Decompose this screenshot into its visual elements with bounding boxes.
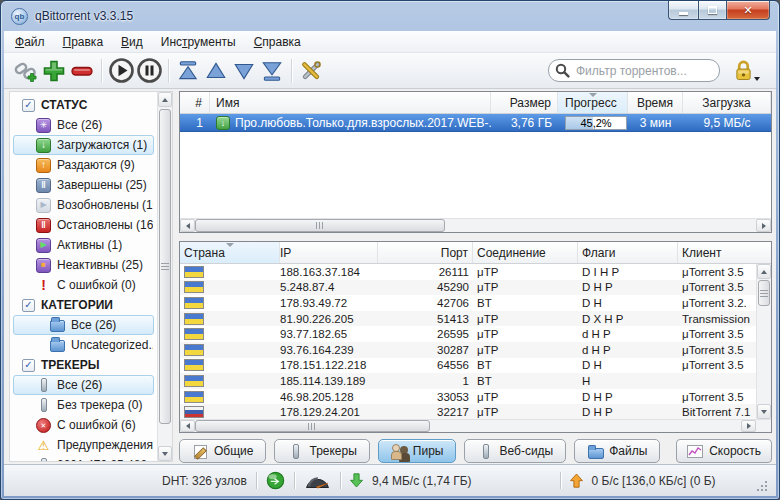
column-header-eta[interactable]: Время [628,92,683,113]
column-header-port[interactable]: Порт [378,242,473,263]
peer-row[interactable]: 81.90.226.205 51413 μTP D X H P Transmis… [180,311,756,327]
tab-button[interactable]: Трекеры [274,439,369,463]
increase-priority-button[interactable] [202,57,230,85]
tracker-filter-item[interactable]: Все (26) [13,375,154,395]
tracker-filter-item[interactable]: Без трекера (0) [13,395,154,415]
tab-button[interactable]: Веб-сиды [464,439,566,463]
scroll-right-button[interactable] [756,219,771,232]
menu-item[interactable]: Файл [6,31,54,52]
resize-grip[interactable] [756,480,768,492]
peer-country-cell [180,391,280,403]
menu-item[interactable]: Инструменты [152,31,245,52]
sidebar-scroll-thumb[interactable] [159,109,171,424]
options-button[interactable] [297,57,325,85]
scroll-down-button[interactable] [158,446,172,461]
column-header-client[interactable]: Клиент [678,242,771,263]
column-header-number[interactable]: # [180,92,210,113]
peer-row[interactable]: 188.163.37.184 26111 μTP D I H P μTorren… [180,264,756,280]
scroll-left-button[interactable] [180,219,195,232]
arrow-up-icon [162,98,168,102]
category-filter-item[interactable]: Uncategorized... [13,335,154,355]
peers-hscroll-thumb[interactable] [195,420,430,432]
status-filter-item[interactable]: Неактивны (25) [13,255,154,275]
peer-row[interactable]: 93.76.164.239 30287 μTP d H P μTorrent 3… [180,342,756,358]
tab-button[interactable]: Пиры [378,439,457,463]
pause-button[interactable] [135,57,163,85]
add-torrent-link-button[interactable] [12,57,40,85]
categories-checkbox[interactable]: ✓ [22,299,35,312]
peer-row[interactable]: 93.77.182.65 26595 μTP d H P μTorrent 3.… [180,326,756,342]
menu-item[interactable]: Правка [54,31,113,52]
scroll-up-button[interactable] [757,264,771,279]
torrent-hscroll-thumb[interactable] [195,219,445,232]
scroll-down-button[interactable] [757,404,771,419]
status-filter-item[interactable]: Завершены (25) [13,175,154,195]
top-priority-button[interactable] [174,57,202,85]
trackers-checkbox[interactable]: ✓ [22,359,35,372]
status-filter-item[interactable]: Возобновлены (10) [13,195,154,215]
peer-row[interactable]: 5.248.87.4 45290 μTP D H P μTorrent 3.5 [180,280,756,296]
column-header-flags[interactable]: Флаги [578,242,678,263]
speed-limits-button[interactable] [304,473,331,489]
status-filter-item[interactable]: Раздаются (9) [13,155,154,175]
tracker-filter-item[interactable]: Предупреждения... [13,435,154,455]
column-header-download-speed[interactable]: Загрузка [683,92,771,113]
menu-item[interactable]: Справка [245,31,310,52]
tab-button[interactable]: Общие [179,439,266,463]
peer-row[interactable]: 178.93.49.72 42706 BT D H μTorrent 3.2. [180,295,756,311]
title-bar[interactable]: qb qBittorrent v3.3.15 [1,1,779,31]
peers-panel: Страна IP Порт Соединение Флаги Клиент [179,241,772,433]
speed-graph-button[interactable]: Скорость [676,439,772,463]
sidebar-scrollbar[interactable] [157,92,172,461]
sidebar-scroll-track[interactable] [158,107,172,446]
menu-label-accel: В [121,35,129,49]
category-filter-item[interactable]: Все (26) [13,315,154,335]
minimize-button[interactable] [668,1,698,20]
status-filter-item[interactable]: Остановлены (16) [13,215,154,235]
torrent-list-empty-area [180,132,771,218]
scroll-right-button[interactable] [741,420,756,432]
bottom-priority-button[interactable] [258,57,286,85]
column-header-country[interactable]: Страна [180,242,280,263]
status-filter-item[interactable]: Все (26) [13,115,154,135]
menu-item[interactable]: Вид [112,31,152,52]
lock-button[interactable] [734,59,760,82]
column-header-ip[interactable]: IP [280,242,378,263]
torrent-list-hscrollbar[interactable] [180,218,771,232]
resume-button[interactable] [107,57,135,85]
tab-button[interactable]: Файлы [574,439,660,463]
status-filter-item[interactable]: Активны (1) [13,235,154,255]
peer-row[interactable]: 178.151.122.218 64556 BT D H μTorrent 3.… [180,358,756,374]
column-header-name[interactable]: Имя [210,92,491,113]
maximize-button[interactable] [698,1,727,20]
scroll-up-button[interactable] [158,92,172,107]
peers-vscrollbar[interactable] [756,264,771,419]
decrease-priority-button[interactable] [230,57,258,85]
tracker-filter-item[interactable]: С ошибкой (6) [13,415,154,435]
close-button[interactable]: ✕ [727,1,770,20]
peer-row[interactable]: 178.129.24.201 32217 μTP D H P BitTorren… [180,404,756,419]
torrent-row[interactable]: 1 ↓ Про.любовь.Только.для.взрослых.2017.… [180,114,771,132]
peers-vscroll-track[interactable] [757,279,771,404]
torrent-filter-input[interactable] [548,59,720,82]
peers-vscroll-thumb[interactable] [758,280,770,306]
peer-row[interactable]: 46.98.205.128 33053 μTP D H P μTorrent 3… [180,389,756,405]
add-torrent-file-button[interactable] [40,57,68,85]
tools-icon [298,58,324,84]
peers-hscroll-track[interactable] [195,420,741,432]
column-header-connection[interactable]: Соединение [473,242,578,263]
column-header-size[interactable]: Размер [491,92,558,113]
peers-hscrollbar[interactable] [180,419,771,432]
torrent-hscroll-track[interactable] [195,219,756,232]
peer-connection: μTP [473,406,578,418]
panel-splitter[interactable] [179,233,772,241]
peer-row[interactable]: 185.114.139.189 1 BT H [180,373,756,389]
tracker-filter-item[interactable]: 2001:470:25:482::2 ... [13,455,154,461]
status-filter-item[interactable]: С ошибкой (0) [13,275,154,295]
scroll-left-button[interactable] [180,420,195,432]
status-filter-item[interactable]: Загружаются (1) [13,135,154,155]
connection-status-button[interactable] [266,471,285,490]
status-checkbox[interactable]: ✓ [22,99,35,112]
column-header-progress[interactable]: Прогресс [558,92,628,113]
delete-torrent-button[interactable] [68,57,96,85]
